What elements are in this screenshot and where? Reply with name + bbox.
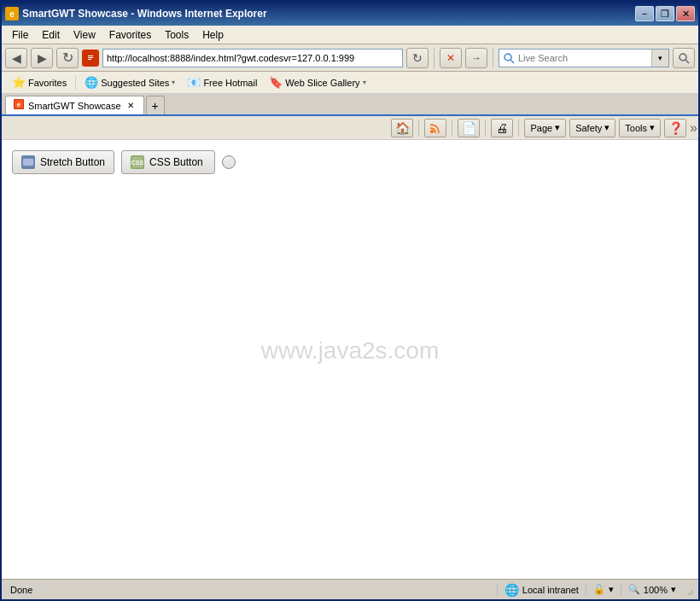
suggested-sites[interactable]: 🌐 Suggested Sites ▾ (79, 74, 180, 90)
navigate-button[interactable]: → (465, 48, 487, 68)
tab-label: SmartGWT Showcase (28, 101, 121, 111)
browser-window: e SmartGWT Showcase - Windows Internet E… (0, 0, 700, 601)
safety-arrow-icon: ▾ (604, 122, 610, 133)
search-icon (499, 52, 518, 64)
svg-point-6 (680, 54, 686, 61)
menu-edit[interactable]: Edit (35, 27, 67, 43)
tab-close-button[interactable]: ✕ (125, 100, 137, 112)
svg-line-16 (688, 590, 693, 595)
search-input[interactable] (518, 50, 651, 67)
search-box: ▾ (499, 49, 669, 67)
menu-tools[interactable]: Tools (158, 27, 195, 43)
minimize-button[interactable]: − (635, 6, 654, 21)
free-hotmail[interactable]: 📧 Free Hotmail (182, 74, 262, 90)
status-zone: 🌐 Local intranet (497, 583, 586, 597)
search-submit[interactable] (673, 48, 695, 68)
stop-button[interactable]: ✕ (440, 48, 462, 68)
radio-button[interactable] (222, 155, 236, 169)
css-button-icon: CSS (131, 155, 144, 169)
status-text: Done (7, 585, 255, 595)
home-button[interactable]: 🏠 (391, 119, 413, 137)
menu-file[interactable]: File (5, 27, 35, 43)
forward-button[interactable]: ▶ (31, 48, 53, 68)
print-button[interactable]: 🖨 (491, 119, 513, 137)
restore-button[interactable]: ❒ (656, 6, 674, 21)
suggested-label: Suggested Sites (101, 78, 169, 88)
refresh-button[interactable]: ↻ (56, 48, 79, 68)
lock-icon: 🔓 (593, 584, 605, 595)
close-button[interactable]: ✕ (676, 6, 695, 21)
toolbar-sep-3 (485, 120, 486, 137)
buttons-row: Stretch Button CSS CSS Button (12, 150, 688, 174)
stretch-button-icon (21, 155, 35, 169)
page-menu-button[interactable]: Page ▾ (524, 119, 566, 137)
svg-line-7 (685, 60, 689, 63)
svg-text:CSS: CSS (131, 160, 144, 166)
zone-icon: 🌐 (505, 583, 519, 597)
zoom-label: 100% (644, 585, 668, 595)
safety-label: Safety (575, 123, 602, 133)
favorites-label: Favorites (28, 78, 67, 88)
page-arrow-icon: ▾ (555, 122, 560, 133)
title-bar-buttons: − ❒ ✕ (635, 6, 695, 21)
address-divider (434, 48, 435, 68)
search-dropdown[interactable]: ▾ (651, 50, 668, 67)
help-button[interactable]: ❓ (664, 119, 686, 137)
toolbar-sep-2 (452, 120, 452, 137)
svg-rect-2 (88, 57, 93, 58)
toolbar-more-button[interactable]: » (690, 120, 695, 136)
menu-help[interactable]: Help (195, 27, 230, 43)
css-button-label: CSS Button (149, 156, 203, 168)
lock-status: 🔓 ▾ (586, 584, 621, 595)
tab-smartgwt[interactable]: e SmartGWT Showcase ✕ (5, 96, 144, 114)
favorites-button[interactable]: ⭐ Favorites (7, 74, 72, 90)
menu-favorites[interactable]: Favorites (102, 27, 158, 43)
zone-label: Local intranet (522, 585, 579, 595)
web-slice-label: Web Slice Gallery (285, 78, 359, 88)
go-refresh-btn[interactable]: ↻ (406, 48, 429, 68)
safety-menu-button[interactable]: Safety ▾ (569, 119, 615, 137)
web-slice-icon: 🔖 (269, 76, 283, 89)
suggested-icon: 🌐 (85, 76, 98, 89)
window-title: SmartGWT Showcase - Windows Internet Exp… (22, 8, 267, 20)
resize-handle[interactable] (683, 585, 693, 595)
content-area: Stretch Button CSS CSS Button (12, 150, 688, 551)
hotmail-icon: 📧 (187, 76, 201, 89)
address-input[interactable] (102, 49, 403, 67)
svg-rect-3 (88, 59, 91, 60)
toolbar-sep-4 (518, 120, 519, 137)
address-bar: ◀ ▶ ↻ ↻ ✕ → ▾ (2, 44, 698, 72)
tab-icon: e (13, 98, 25, 113)
ie-icon: e (5, 7, 19, 20)
svg-rect-1 (88, 55, 93, 56)
lock-arrow-icon: ▾ (609, 584, 614, 595)
page-toolbar: 🏠 📄 🖨 Page ▾ Safety ▾ Tools ▾ ❓ (2, 116, 698, 140)
css-button[interactable]: CSS CSS Button (121, 150, 215, 174)
tools-menu-button[interactable]: Tools ▾ (619, 119, 661, 137)
status-bar: Done 🌐 Local intranet 🔓 ▾ 🔍 100% ▾ (2, 579, 698, 599)
new-tab-button[interactable]: + (146, 96, 165, 114)
tools-arrow-icon: ▾ (650, 122, 655, 133)
stretch-button[interactable]: Stretch Button (12, 150, 114, 174)
tools-label: Tools (625, 123, 647, 133)
svg-line-5 (510, 60, 514, 63)
zoom-icon: 🔍 (628, 584, 640, 595)
favorites-bar: ⭐ Favorites 🌐 Suggested Sites ▾ 📧 Free H… (2, 72, 698, 94)
tab-bar: e SmartGWT Showcase ✕ + (2, 94, 698, 116)
web-slice-arrow-icon: ▾ (363, 79, 366, 86)
menu-view[interactable]: View (67, 27, 102, 43)
page-icon (82, 50, 99, 67)
main-content: Stretch Button CSS CSS Button (2, 140, 698, 579)
stretch-button-label: Stretch Button (40, 156, 105, 168)
title-bar: e SmartGWT Showcase - Windows Internet E… (2, 2, 698, 26)
svg-line-17 (691, 592, 693, 595)
zoom-status[interactable]: 🔍 100% ▾ (621, 584, 683, 595)
web-slice-gallery[interactable]: 🔖 Web Slice Gallery ▾ (264, 74, 370, 90)
fav-separator-1 (75, 75, 76, 90)
search-divider (493, 48, 493, 68)
print-preview-button[interactable]: 📄 (458, 119, 480, 137)
toolbar-sep-1 (418, 120, 419, 137)
back-button[interactable]: ◀ (5, 48, 27, 68)
svg-point-4 (505, 54, 511, 61)
rss-button[interactable] (424, 119, 446, 137)
